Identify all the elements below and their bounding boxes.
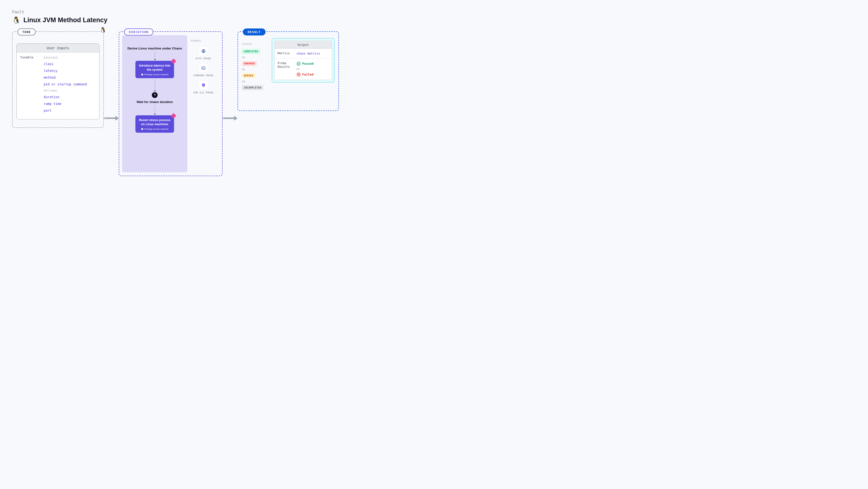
status-label: STATUS <box>242 43 269 45</box>
required-label: REQUIRED <box>44 57 96 59</box>
step-wait: Wait for chaos duration <box>136 100 173 104</box>
probe-label: SRM SLO PROBE <box>193 91 214 94</box>
action-title: Introduce latency into the system <box>139 64 170 72</box>
metrics-key: Metrics <box>278 52 294 56</box>
check-circle-icon <box>297 62 301 66</box>
step-derive: Derive Linux machine under Chaos <box>127 46 182 51</box>
privilege-note: Privilege access required <box>139 128 170 130</box>
svg-rect-1 <box>202 67 205 69</box>
tunable-item: port <box>44 108 96 112</box>
tunable-item: latency <box>44 69 96 73</box>
probes-column: PROBES HTTP PROBE COMMAND PROBE SRM SLO … <box>187 36 218 171</box>
probe-label: COMMAND PROBE <box>193 74 214 77</box>
tune-badge: TUNE <box>18 29 36 35</box>
output-panel: Output Metrics chaos metrics Probe Resul… <box>272 38 335 83</box>
x-circle-icon <box>297 72 301 77</box>
page-title: Linux JVM Method Latency <box>23 17 107 24</box>
output-title: Output <box>275 41 332 49</box>
result-panel: RESULT STATUS COMPLETED OR ERRORED OR QU… <box>238 31 339 111</box>
terminal-icon <box>199 63 208 73</box>
tunable-label: Tunable <box>20 56 39 115</box>
flag-icon <box>171 113 177 119</box>
flow-arrow <box>222 116 238 121</box>
linux-icon: 🐧 <box>12 16 21 24</box>
clock-icon <box>152 92 158 98</box>
flow-diagram: TUNE 🐧 User Inputs Tunable REQUIRED clas… <box>12 31 856 176</box>
probe-result-passed: Passed <box>297 62 314 66</box>
shield-check-icon <box>199 80 208 90</box>
probe-results-key: Probe Results <box>278 62 294 77</box>
tune-panel: TUNE 🐧 User Inputs Tunable REQUIRED clas… <box>12 31 104 128</box>
result-badge: RESULT <box>243 29 266 35</box>
status-queued: QUEUED <box>242 73 255 78</box>
metrics-value: chaos metrics <box>297 52 320 56</box>
tunable-item: ramp time <box>44 102 96 106</box>
user-inputs-title: User Inputs <box>17 44 99 53</box>
user-inputs-card: User Inputs Tunable REQUIRED class laten… <box>17 43 99 120</box>
tunable-item: duration <box>44 95 96 99</box>
status-errored: ERRORED <box>242 61 257 66</box>
status-column: STATUS COMPLETED OR ERRORED OR QUEUED OR… <box>242 36 269 106</box>
status-incompleted: INCOMPLETED <box>242 85 264 90</box>
status-completed: COMPLETED <box>242 49 260 54</box>
tunable-item: pid or startup command <box>44 82 96 86</box>
or-separator: OR <box>297 68 314 70</box>
execution-steps: Derive Linux machine under Chaos Introdu… <box>122 35 187 172</box>
probe-result-failed: Failed <box>297 72 314 77</box>
probe-srm-slo: SRM SLO PROBE <box>193 80 214 94</box>
or-separator: OR <box>242 80 269 83</box>
flow-arrow <box>104 116 119 121</box>
action-revert-stress: Revert stress process on Linux machines … <box>135 115 174 133</box>
privilege-note: Privilege access required <box>139 73 170 76</box>
flag-icon <box>171 59 177 64</box>
probe-http: HTTP PROBE <box>195 46 211 60</box>
output-row-metrics: Metrics chaos metrics <box>275 49 332 59</box>
output-row-probe-results: Probe Results Passed OR Failed <box>275 59 332 79</box>
optional-label: OPTIONAL <box>44 90 96 92</box>
output-card: Output Metrics chaos metrics Probe Resul… <box>274 41 332 80</box>
or-separator: OR <box>242 56 269 59</box>
probes-label: PROBES <box>191 39 201 42</box>
category-label: Fault <box>12 10 856 14</box>
execution-panel: EXECUTION Derive Linux machine under Cha… <box>119 31 222 176</box>
tunable-item: class <box>44 62 96 66</box>
action-title: Revert stress process on Linux machines <box>139 118 170 126</box>
execution-badge: EXECUTION <box>124 29 153 35</box>
action-introduce-latency: Introduce latency into the system Privil… <box>135 61 174 78</box>
linux-icon: 🐧 <box>100 27 106 33</box>
or-separator: OR <box>242 68 269 71</box>
tunable-item: method <box>44 75 96 79</box>
page-header: Fault 🐧 Linux JVM Method Latency <box>12 10 856 24</box>
probe-label: HTTP PROBE <box>195 57 211 60</box>
probe-command: COMMAND PROBE <box>193 63 214 77</box>
globe-icon <box>199 46 208 56</box>
